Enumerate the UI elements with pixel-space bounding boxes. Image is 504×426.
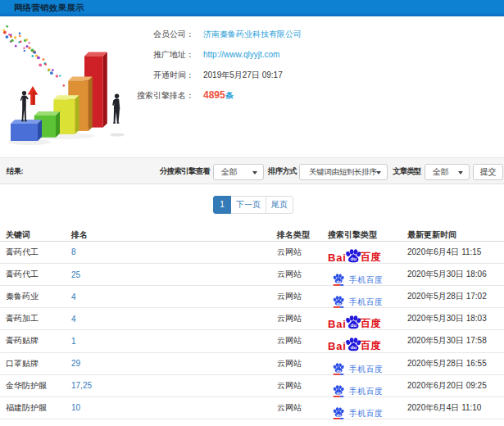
sort-select-value: 关键词由短到长排序 [309,165,377,179]
svg-text:du: du [337,279,342,283]
svg-text:du: du [337,368,342,372]
article-type-select-value: 全部 [433,165,448,179]
baidu-logo-bai-text: Bai [328,252,347,263]
rank-link[interactable]: 25 [71,270,80,279]
bar-chart-illustration [0,23,139,146]
updated-time-cell: 2020年6月20日 09:25 [407,375,487,397]
rank-type-cell: 云网站 [277,264,302,285]
rank-type-cell: 云网站 [277,286,302,307]
keyword-cell: 口罩贴牌 [6,353,39,374]
rankcount-unit: 条 [225,91,234,100]
pagination: 1 下一页 尾页 [0,196,504,214]
mobile-baidu-paw-icon: du [333,385,344,397]
sort-select[interactable]: 关键词由短到长排序 [299,164,388,180]
field-company: 会员公司： 济南秦鲁药业科技有限公司 [139,29,504,39]
submit-button[interactable]: 提交 [473,164,503,180]
keyword-cell: 膏药加工 [6,308,39,329]
keyword-cell: 膏药代工 [6,264,39,285]
updated-time-cell: 2020年5月30日 17:58 [407,330,487,351]
opened-time-value: 2019年5月27日 09:17 [203,70,283,80]
field-rankcount-label: 搜索引擎排名： [110,90,194,101]
baidu-paw-icon: du [345,249,361,263]
field-url-label: 推广地址： [110,49,194,60]
company-link[interactable]: 济南秦鲁药业科技有限公司 [203,29,302,39]
col-engine-type: 搜索引擎类型 [328,223,377,241]
rank-type-cell: 云网站 [277,308,302,329]
rank-link[interactable]: 8 [71,247,76,256]
mobile-baidu-label: 手机百度 [349,365,383,374]
field-url: 推广地址： http://www.qlyyjt.com [139,49,504,60]
updated-time-cell: 2020年6月4日 11:10 [407,397,481,419]
mobile-baidu-logo: du 手机百度 [333,271,383,285]
rank-type-cell: 云网站 [277,242,302,263]
baidu-paw-icon: du [345,315,361,329]
rank-link[interactable]: 29 [71,359,80,368]
field-rankcount: 搜索引擎排名： 4895条 [139,90,504,101]
mobile-baidu-logo: du 手机百度 [333,405,383,419]
col-rank: 排名 [71,223,88,241]
mobile-baidu-paw-icon: du [333,296,344,308]
mobile-baidu-label: 手机百度 [349,275,383,284]
baidu-paw-icon: du [345,338,361,351]
bar-blue [11,120,42,141]
baidu-logo-bai-text: Bai [328,319,347,329]
rank-type-cell: 云网站 [277,353,302,374]
rank-link[interactable]: 4 [71,292,76,301]
rank-type-cell: 云网站 [277,330,302,351]
table-row: 膏药代工 8 云网站 Bai du 百度 du [0,242,504,264]
rank-link[interactable]: 1 [71,337,76,346]
baidu-logo: Bai du 百度 [328,338,381,351]
title-bar: 网络营销效果展示 [0,0,504,16]
mobile-baidu-logo: du 手机百度 [333,383,383,397]
col-keyword: 关键词 [6,223,30,241]
rankcount-number: 4895 [203,89,225,101]
mobile-baidu-label: 手机百度 [349,387,383,396]
promo-url-link[interactable]: http://www.qlyyjt.com [203,50,279,59]
next-page-button[interactable]: 下一页 [230,196,266,214]
updated-time-cell: 2020年5月30日 18:03 [407,308,487,329]
rank-link[interactable]: 17,25 [71,381,92,390]
up-arrow [28,86,38,105]
table-row: 膏药代工 25 云网站 Bai du 百度 du [0,264,504,286]
updated-time-cell: 2020年5月28日 16:55 [407,353,487,374]
rank-link[interactable]: 4 [71,315,76,324]
rank-link[interactable]: 10 [71,403,80,412]
svg-text:du: du [350,345,356,351]
table-row: 福建防护服 10 云网站 Bai du 百度 du [0,397,504,419]
col-rank-type: 排名类型 [277,223,310,241]
table-row: 膏药贴牌 1 云网站 Bai du 百度 du [0,330,504,352]
keyword-cell: 膏药代工 [6,242,39,263]
table-row: 金华防护服 17,25 云网站 Bai du 百度 du [0,375,504,397]
updated-time-cell: 2020年5月28日 17:02 [407,286,487,307]
mobile-baidu-paw-icon: du [333,363,344,375]
rank-table: 关键词 排名 排名类型 搜索引擎类型 最新更新时间 膏药代工 8 云网站 Bai… [0,223,504,419]
field-opened-label: 开通时间： [110,70,194,80]
engine-select[interactable]: 全部 [213,164,264,180]
last-page-button[interactable]: 尾页 [266,196,293,214]
baidu-logo-bai-text: Bai [328,341,347,351]
article-type-select-arrow-icon [458,171,463,174]
businessman-on-bar [20,91,29,121]
table-row: 口罩贴牌 29 云网站 Bai du 百度 du [0,353,504,375]
updated-time-cell: 2020年5月30日 18:06 [407,264,487,285]
rankcount-value: 4895条 [203,90,234,101]
result-label: 结果: [7,158,23,184]
baidu-logo-du-text: 百度 [361,319,381,329]
mobile-baidu-label: 手机百度 [349,297,383,306]
page-title: 网络营销效果展示 [14,2,84,14]
article-type-select[interactable]: 全部 [425,164,470,180]
keyword-cell: 膏药贴牌 [6,330,39,351]
col-updated: 最新更新时间 [407,223,456,241]
rank-type-cell: 云网站 [277,397,302,419]
svg-text:du: du [337,390,342,394]
baidu-logo-du-text: 百度 [361,341,381,351]
engine-filter-label: 分搜索引擎查看 [160,158,210,184]
table-header-row: 关键词 排名 排名类型 搜索引擎类型 最新更新时间 [0,223,504,242]
engine-select-value: 全部 [221,165,237,179]
mobile-baidu-logo: du 手机百度 [333,293,383,307]
confetti-dots [3,25,66,87]
svg-text:du: du [337,301,342,306]
table-row: 膏药加工 4 云网站 Bai du 百度 du [0,308,504,330]
page-1-button[interactable]: 1 [213,196,231,214]
mobile-baidu-logo: du 手机百度 [333,360,383,374]
